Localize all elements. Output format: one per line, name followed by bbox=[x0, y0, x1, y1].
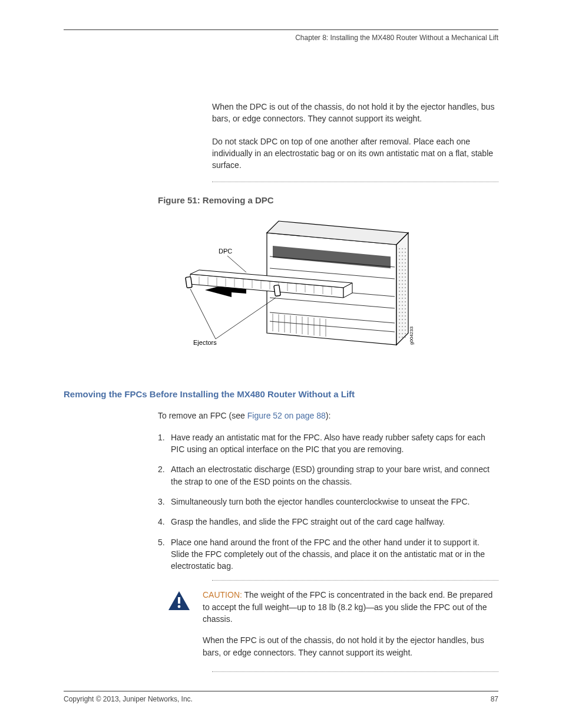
caution-icon bbox=[167, 589, 191, 667]
svg-point-20 bbox=[402, 266, 403, 267]
svg-point-57 bbox=[405, 308, 406, 309]
svg-point-53 bbox=[402, 305, 403, 306]
figure-link[interactable]: Figure 52 on page 88 bbox=[247, 411, 326, 420]
svg-rect-119 bbox=[186, 277, 192, 288]
svg-point-67 bbox=[399, 322, 400, 324]
svg-point-80 bbox=[402, 337, 403, 338]
svg-point-13 bbox=[399, 259, 400, 260]
svg-point-16 bbox=[399, 262, 400, 263]
figure-title: Figure 51: Removing a DPC bbox=[158, 195, 498, 205]
svg-point-54 bbox=[405, 305, 406, 306]
svg-point-31 bbox=[399, 280, 400, 281]
svg-point-46 bbox=[399, 298, 400, 299]
svg-point-48 bbox=[405, 298, 406, 299]
intro-text: To remove an FPC (see Figure 52 on page … bbox=[158, 410, 498, 421]
svg-point-72 bbox=[405, 326, 406, 327]
divider-dotted bbox=[212, 182, 498, 182]
copyright-text: Copyright © 2013, Juniper Networks, Inc. bbox=[64, 695, 193, 703]
svg-point-43 bbox=[399, 294, 400, 295]
svg-point-37 bbox=[399, 287, 400, 288]
svg-point-11 bbox=[402, 255, 403, 256]
svg-point-28 bbox=[399, 276, 400, 278]
svg-point-76 bbox=[399, 333, 400, 334]
svg-point-51 bbox=[405, 301, 406, 302]
page-number: 87 bbox=[491, 695, 498, 703]
svg-point-59 bbox=[402, 312, 403, 313]
svg-rect-120 bbox=[274, 285, 280, 297]
svg-point-50 bbox=[402, 301, 403, 302]
procedure-list: 1. Have ready an antistatic mat for the … bbox=[158, 431, 498, 572]
section-heading: Removing the FPCs Before Installing the … bbox=[64, 389, 498, 399]
intro-pre: To remove an FPC (see bbox=[158, 411, 247, 420]
svg-point-24 bbox=[405, 269, 406, 271]
figure-illustration: DPC Ejectors g004233 bbox=[176, 212, 423, 371]
list-text: Place one hand around the front of the F… bbox=[171, 536, 498, 572]
svg-point-22 bbox=[399, 269, 400, 271]
page-footer: Copyright © 2013, Juniper Networks, Inc.… bbox=[64, 691, 498, 703]
svg-point-9 bbox=[405, 252, 406, 253]
svg-point-78 bbox=[405, 333, 406, 334]
svg-point-70 bbox=[399, 326, 400, 327]
svg-line-121 bbox=[227, 256, 246, 272]
svg-rect-125 bbox=[178, 597, 180, 604]
list-item: 2. Attach an electrostatic discharge (ES… bbox=[158, 463, 498, 487]
svg-marker-2 bbox=[396, 233, 408, 345]
svg-point-60 bbox=[405, 312, 406, 313]
svg-point-10 bbox=[399, 255, 400, 256]
svg-point-23 bbox=[402, 269, 403, 271]
caution-block: CAUTION: The weight of the FPC is concen… bbox=[167, 589, 498, 667]
svg-point-35 bbox=[402, 284, 403, 285]
svg-point-18 bbox=[405, 262, 406, 263]
svg-point-26 bbox=[402, 273, 403, 274]
list-text: Simultaneously turn both the ejector han… bbox=[171, 496, 498, 508]
svg-point-5 bbox=[402, 248, 403, 249]
paragraph-dpc-2: Do not stack DPC on top of one another a… bbox=[212, 136, 498, 172]
list-text: Grasp the handles, and slide the FPC str… bbox=[171, 516, 498, 528]
svg-point-30 bbox=[405, 276, 406, 278]
svg-point-15 bbox=[405, 259, 406, 260]
svg-point-44 bbox=[402, 294, 403, 295]
list-number: 4. bbox=[158, 516, 171, 528]
svg-point-33 bbox=[405, 280, 406, 281]
page-header: Chapter 8: Installing the MX480 Router W… bbox=[64, 34, 498, 42]
caution-paragraph-2: When the FPC is out of the chassis, do n… bbox=[203, 634, 498, 658]
list-item: 5. Place one hand around the front of th… bbox=[158, 536, 498, 572]
caution-label: CAUTION: bbox=[203, 590, 244, 599]
list-number: 2. bbox=[158, 463, 171, 487]
header-rule bbox=[64, 29, 498, 30]
svg-point-61 bbox=[399, 315, 400, 317]
svg-point-21 bbox=[405, 266, 406, 267]
list-item: 4. Grasp the handles, and slide the FPC … bbox=[158, 516, 498, 528]
svg-line-122 bbox=[190, 289, 216, 339]
paragraph-dpc-1: When the DPC is out of the chassis, do n… bbox=[212, 101, 498, 125]
svg-point-29 bbox=[402, 276, 403, 278]
svg-point-73 bbox=[399, 330, 400, 331]
svg-point-68 bbox=[402, 322, 403, 324]
svg-point-27 bbox=[405, 273, 406, 274]
figure-label-ejectors: Ejectors bbox=[193, 339, 217, 346]
svg-point-69 bbox=[405, 322, 406, 324]
footer-rule bbox=[64, 691, 498, 691]
svg-point-58 bbox=[399, 312, 400, 313]
divider-dotted bbox=[212, 671, 498, 672]
svg-point-81 bbox=[405, 337, 406, 338]
caution-paragraph-1: CAUTION: The weight of the FPC is concen… bbox=[203, 589, 498, 625]
svg-point-38 bbox=[402, 287, 403, 288]
svg-point-36 bbox=[405, 284, 406, 285]
svg-point-32 bbox=[402, 280, 403, 281]
svg-point-79 bbox=[399, 337, 400, 338]
svg-point-66 bbox=[405, 319, 406, 320]
svg-point-17 bbox=[402, 262, 403, 263]
intro-post: ): bbox=[326, 411, 331, 420]
svg-point-8 bbox=[402, 252, 403, 253]
svg-point-42 bbox=[405, 291, 406, 292]
svg-point-7 bbox=[399, 252, 400, 253]
figure-id: g004233 bbox=[409, 327, 414, 345]
svg-point-49 bbox=[399, 301, 400, 302]
svg-point-25 bbox=[399, 273, 400, 274]
svg-point-45 bbox=[405, 294, 406, 295]
svg-point-75 bbox=[405, 330, 406, 331]
list-number: 3. bbox=[158, 496, 171, 508]
svg-point-39 bbox=[405, 287, 406, 288]
divider-dotted bbox=[212, 580, 498, 581]
